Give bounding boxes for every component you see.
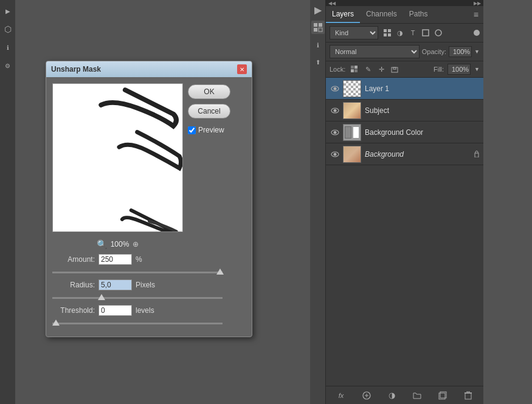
tab-layers[interactable]: Layers — [326, 6, 360, 23]
toolbar-icon-3[interactable]: ℹ — [2, 41, 14, 53]
threshold-slider-thumb[interactable] — [52, 320, 60, 326]
layer-item-1[interactable]: Subject — [326, 100, 483, 122]
layer-visibility-3[interactable] — [330, 149, 340, 160]
radius-row: Radius: Pixels — [52, 279, 246, 290]
svg-rect-6 — [384, 33, 387, 36]
strip-icon-1[interactable]: ▶ — [312, 4, 324, 16]
panel-menu-icon[interactable]: ≡ — [469, 7, 483, 22]
svg-rect-27 — [366, 394, 367, 397]
delete-layer-button[interactable] — [462, 389, 474, 402]
svg-rect-30 — [465, 393, 471, 399]
svg-rect-3 — [319, 28, 322, 32]
svg-rect-32 — [467, 391, 469, 392]
layer-name-3: Background — [365, 150, 474, 159]
kind-icons: ◑ T — [382, 27, 444, 38]
dialog-titlebar: Unsharp Mask ✕ — [46, 61, 252, 77]
kind-smart-icon[interactable] — [433, 27, 444, 38]
amount-slider-container — [52, 269, 246, 277]
strip-icon-3[interactable]: ℹ — [312, 39, 324, 51]
blend-mode-row: Normal Opacity: ▼ — [326, 43, 483, 61]
svg-rect-15 — [393, 67, 396, 69]
unsharp-mask-dialog: Unsharp Mask ✕ — [46, 61, 252, 337]
amount-label: Amount: — [52, 255, 95, 264]
strip-icon-4[interactable]: ⬆ — [312, 56, 324, 68]
lock-image-icon[interactable]: ✎ — [362, 64, 373, 75]
toolbar-icon-4[interactable]: ⚙ — [2, 60, 14, 72]
add-mask-button[interactable] — [361, 389, 373, 402]
layer-visibility-1[interactable] — [330, 105, 340, 116]
threshold-input[interactable] — [98, 305, 132, 316]
amount-input[interactable] — [98, 254, 132, 265]
kind-shape-icon[interactable] — [420, 27, 431, 38]
svg-rect-10 — [351, 66, 354, 69]
fx-button[interactable]: fx — [335, 389, 347, 402]
amount-slider-thumb[interactable] — [216, 269, 224, 275]
layer-item-3[interactable]: Background — [326, 143, 483, 165]
lock-label: Lock: — [330, 66, 345, 73]
fill-arrow[interactable]: ▼ — [474, 66, 480, 72]
fill-input[interactable] — [447, 64, 471, 75]
blend-mode-select[interactable]: Normal — [330, 45, 420, 58]
svg-rect-12 — [351, 69, 354, 72]
layer-item-0[interactable]: Layer 1 — [326, 78, 483, 100]
folder-button[interactable] — [411, 389, 423, 402]
dialog-close-button[interactable]: ✕ — [237, 64, 247, 74]
panel-tabs: Layers Channels Paths ≡ — [326, 6, 483, 24]
preview-checkbox-container: Preview — [188, 126, 230, 134]
toolbar-icon-2[interactable]: ⬡ — [2, 23, 14, 35]
lock-artboard-icon[interactable] — [389, 64, 400, 75]
tab-channels[interactable]: Channels — [360, 6, 403, 23]
amount-unit: % — [136, 255, 142, 264]
ok-button[interactable]: OK — [188, 84, 230, 99]
svg-rect-2 — [314, 28, 317, 32]
tab-paths[interactable]: Paths — [403, 6, 434, 23]
layer-visibility-2[interactable] — [330, 127, 340, 138]
zoom-out-icon[interactable]: 🔍 — [97, 239, 107, 249]
lock-transparency-icon[interactable] — [349, 64, 360, 75]
strip-icon-2[interactable] — [311, 21, 325, 34]
cancel-button[interactable]: Cancel — [188, 104, 230, 118]
svg-rect-0 — [314, 23, 317, 27]
kind-select[interactable]: Kind — [330, 26, 378, 39]
svg-point-9 — [435, 30, 441, 36]
collapse-right-arrow[interactable]: ▶▶ — [474, 1, 481, 6]
kind-adjust-icon[interactable]: ◑ — [395, 27, 406, 38]
layers-bottom-toolbar: fx ◑ — [326, 386, 483, 404]
layer-visibility-0[interactable] — [330, 83, 340, 94]
threshold-slider-track — [52, 323, 223, 324]
svg-point-17 — [334, 87, 337, 90]
dialog-body: 🔍 100% ⊕ OK Cancel Preview — [46, 77, 252, 337]
new-layer-button[interactable] — [437, 389, 449, 402]
preview-checkbox[interactable] — [188, 126, 196, 134]
svg-rect-4 — [384, 29, 387, 32]
radius-slider-thumb[interactable] — [98, 294, 105, 300]
svg-rect-24 — [475, 153, 478, 157]
kind-dot — [474, 30, 480, 36]
main-workspace: ▶ ⬡ ℹ ⚙ Unsharp Mask ✕ — [0, 0, 310, 404]
layer-name-0: Layer 1 — [365, 84, 480, 93]
layer-thumb-3 — [343, 146, 361, 163]
zoom-in-icon[interactable]: ⊕ — [133, 240, 139, 248]
dialog-buttons: OK Cancel Preview — [188, 83, 230, 249]
opacity-label: Opacity: — [422, 48, 446, 55]
kind-type-icon[interactable]: T — [407, 27, 418, 38]
svg-rect-8 — [423, 30, 429, 36]
radius-input[interactable] — [98, 279, 132, 290]
kind-pixel-icon[interactable] — [382, 27, 393, 38]
layer-lock-icon-3 — [474, 150, 480, 159]
lock-position-icon[interactable]: ✛ — [376, 64, 387, 75]
opacity-input[interactable] — [449, 46, 472, 57]
zoom-controls: 🔍 100% ⊕ — [52, 239, 183, 249]
layer-name-2: Background Color — [365, 128, 480, 137]
collapse-left-arrow[interactable]: ◀◀ — [328, 1, 336, 6]
layer-name-1: Subject — [365, 106, 480, 115]
opacity-arrow[interactable]: ▼ — [474, 49, 480, 55]
svg-rect-13 — [354, 69, 358, 72]
toolbar-icon-1[interactable]: ▶ — [2, 5, 14, 17]
layer-item-2[interactable]: Background Color — [326, 122, 483, 143]
radius-label: Radius: — [52, 281, 95, 289]
threshold-unit: levels — [136, 306, 154, 315]
threshold-slider-container — [52, 320, 246, 328]
lock-row: Lock: ✎ ✛ Fill: ▼ — [326, 61, 483, 78]
adjustment-button[interactable]: ◑ — [386, 389, 398, 402]
